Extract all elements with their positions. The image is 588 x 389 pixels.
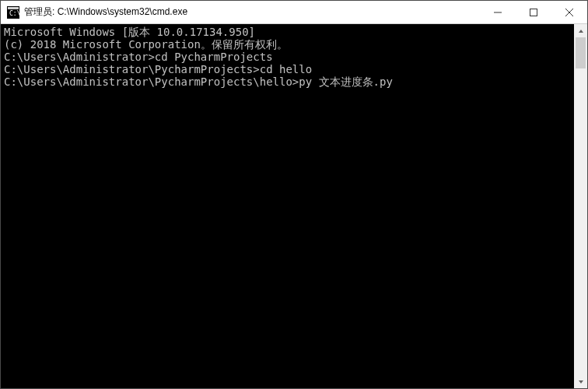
scroll-track[interactable] bbox=[574, 37, 587, 375]
scroll-thumb[interactable] bbox=[576, 37, 586, 68]
svg-marker-7 bbox=[579, 30, 583, 33]
cmd-icon: C:\ bbox=[7, 6, 19, 19]
svg-rect-1 bbox=[8, 7, 19, 9]
titlebar[interactable]: C:\ 管理员: C:\Windows\system32\cmd.exe bbox=[1, 1, 587, 24]
scroll-down-button[interactable] bbox=[574, 375, 587, 388]
svg-rect-4 bbox=[530, 9, 537, 16]
terminal-output[interactable]: Microsoft Windows [版本 10.0.17134.950](c)… bbox=[1, 24, 574, 388]
svg-marker-8 bbox=[579, 380, 583, 384]
cmd-window: C:\ 管理员: C:\Windows\system32\cmd.exe Mic… bbox=[0, 0, 588, 389]
terminal-line: (c) 2018 Microsoft Corporation。保留所有权利。 bbox=[4, 38, 571, 51]
window-title: 管理员: C:\Windows\system32\cmd.exe bbox=[24, 5, 480, 19]
terminal-line: Microsoft Windows [版本 10.0.17134.950] bbox=[4, 26, 571, 38]
vertical-scrollbar[interactable] bbox=[574, 24, 587, 388]
maximize-button[interactable] bbox=[516, 1, 551, 23]
minimize-button[interactable] bbox=[480, 1, 516, 23]
window-controls bbox=[480, 1, 587, 23]
close-button[interactable] bbox=[551, 1, 587, 23]
terminal-line: C:\Users\Administrator\PycharmProjects\h… bbox=[4, 75, 571, 88]
terminal-line: C:\Users\Administrator\PycharmProjects>c… bbox=[4, 63, 571, 75]
scroll-up-button[interactable] bbox=[574, 24, 587, 37]
terminal-area: Microsoft Windows [版本 10.0.17134.950](c)… bbox=[1, 24, 587, 388]
terminal-line: C:\Users\Administrator>cd PycharmProject… bbox=[4, 51, 571, 63]
svg-text:C:\: C:\ bbox=[9, 10, 19, 17]
